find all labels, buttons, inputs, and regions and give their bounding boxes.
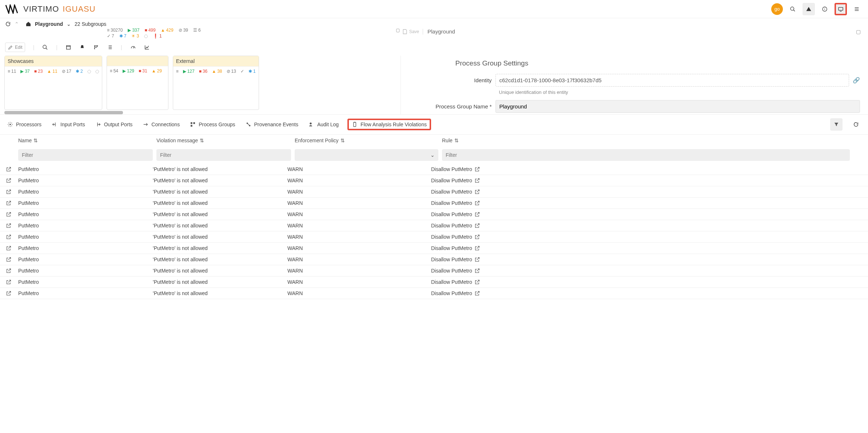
home-icon[interactable] <box>25 21 31 27</box>
table-row[interactable]: PutMetro 'PutMetro' is not allowed WARN … <box>0 164 868 175</box>
open-external-icon[interactable] <box>6 268 18 274</box>
open-external-icon[interactable] <box>6 189 18 195</box>
open-external-icon[interactable] <box>474 200 480 206</box>
horizontal-scrollbar[interactable] <box>4 111 123 114</box>
edit-button[interactable]: Edit <box>5 43 25 52</box>
sort-icon: ⇅ <box>33 138 38 143</box>
open-external-icon[interactable] <box>6 245 18 251</box>
open-external-icon[interactable] <box>6 178 18 183</box>
branch-icon[interactable] <box>93 44 99 50</box>
tab-flow-analysis-violations[interactable]: Flow Analysis Rule Violations <box>350 121 428 128</box>
open-external-icon[interactable] <box>474 279 480 285</box>
list-icon[interactable] <box>107 44 113 50</box>
table-row[interactable]: PutMetro 'PutMetro' is not allowed WARN … <box>0 254 868 265</box>
cell-rule: Disallow PutMetro <box>431 245 862 251</box>
stat-star: ✱ 7 <box>119 33 127 39</box>
cell-msg: 'PutMetro' is not allowed <box>153 290 287 296</box>
svg-rect-23 <box>191 125 192 127</box>
cell-msg: 'PutMetro' is not allowed <box>153 268 287 274</box>
col-rule[interactable]: Rule ⇅ <box>442 138 850 143</box>
open-external-icon[interactable] <box>6 290 18 296</box>
breadcrumb-current[interactable]: Playground <box>35 21 63 27</box>
filter-policy-select[interactable]: ⌄ <box>295 149 438 161</box>
group-title: External <box>173 56 259 67</box>
chart-icon[interactable] <box>144 44 150 50</box>
col-name[interactable]: Name ⇅ <box>18 138 153 143</box>
cell-msg: 'PutMetro' is not allowed <box>153 223 287 229</box>
maximize-right-icon[interactable]: ▢ <box>856 29 861 35</box>
tab-process-groups[interactable]: Process Groups <box>188 121 236 128</box>
open-external-icon[interactable] <box>474 178 480 183</box>
open-external-icon[interactable] <box>474 211 480 217</box>
right-panel-title: Playground <box>427 28 455 35</box>
filter-icon[interactable] <box>830 118 843 131</box>
monitor-icon[interactable] <box>835 3 847 15</box>
group-title <box>107 56 168 66</box>
svg-rect-11 <box>67 45 71 49</box>
info-icon[interactable]: i <box>819 3 831 15</box>
open-external-icon[interactable] <box>474 223 480 229</box>
refresh-table-icon[interactable] <box>850 118 862 131</box>
cell-policy: WARN <box>287 234 431 240</box>
identity-helper: Unique identification of this entity <box>405 88 864 99</box>
flow-canvas[interactable]: Showcases ≡ 11 ▶ 37 ■ 23 ▲ 11 ⊘ 17 ✱ 2 ◌… <box>4 56 400 114</box>
table-row[interactable]: PutMetro 'PutMetro' is not allowed WARN … <box>0 265 868 277</box>
cell-policy: WARN <box>287 290 431 296</box>
open-external-icon[interactable] <box>474 268 480 274</box>
menu-icon[interactable] <box>851 3 863 15</box>
open-external-icon[interactable] <box>6 211 18 217</box>
calendar-icon[interactable] <box>65 44 71 50</box>
open-external-icon[interactable] <box>474 257 480 262</box>
avatar[interactable]: go <box>771 3 783 15</box>
breadcrumb-sub[interactable]: 22 Subgroups <box>75 21 106 27</box>
process-group-card[interactable]: ≡ 54 ▶ 129 ■ 31 ▲ 29 <box>107 56 168 110</box>
open-external-icon[interactable] <box>6 257 18 262</box>
table-row[interactable]: PutMetro 'PutMetro' is not allowed WARN … <box>0 220 868 231</box>
filter-name[interactable] <box>18 149 153 161</box>
pgname-field[interactable] <box>495 100 860 113</box>
open-external-icon[interactable] <box>474 290 480 296</box>
zoom-icon[interactable] <box>42 44 48 50</box>
tab-connections[interactable]: Connections <box>141 121 181 128</box>
table-row[interactable]: PutMetro 'PutMetro' is not allowed WARN … <box>0 231 868 243</box>
open-external-icon[interactable] <box>474 245 480 251</box>
open-external-icon[interactable] <box>474 234 480 240</box>
table-row[interactable]: PutMetro 'PutMetro' is not allowed WARN … <box>0 198 868 209</box>
open-external-icon[interactable] <box>6 200 18 206</box>
open-external-icon[interactable] <box>474 189 480 195</box>
identity-field[interactable]: c62cd1d1-0178-1000-8e03-17f30632b7d5 <box>495 74 849 87</box>
table-row[interactable]: PutMetro 'PutMetro' is not allowed WARN … <box>0 175 868 186</box>
tab-input-ports[interactable]: Input Ports <box>50 121 87 128</box>
save-button[interactable]: Save <box>402 29 423 35</box>
tab-processors[interactable]: Processors <box>6 121 43 128</box>
tab-provenance[interactable]: Provenance Events <box>244 121 300 128</box>
table-row[interactable]: PutMetro 'PutMetro' is not allowed WARN … <box>0 209 868 220</box>
maximize-icon[interactable]: ▢ <box>396 28 400 33</box>
open-external-icon[interactable] <box>6 234 18 240</box>
chevron-down-icon[interactable]: ⌄ <box>67 21 71 27</box>
gauge-icon[interactable] <box>130 44 136 50</box>
table-row[interactable]: PutMetro 'PutMetro' is not allowed WARN … <box>0 243 868 254</box>
filter-msg[interactable] <box>156 149 291 161</box>
open-external-icon[interactable] <box>6 223 18 229</box>
cell-msg: 'PutMetro' is not allowed <box>153 279 287 285</box>
col-violation[interactable]: Violation message ⇅ <box>156 138 291 143</box>
link-icon[interactable]: 🔗 <box>853 77 860 84</box>
tab-output-ports[interactable]: Output Ports <box>94 121 134 128</box>
search-icon[interactable] <box>787 3 799 15</box>
open-external-icon[interactable] <box>6 166 18 172</box>
warning-icon[interactable] <box>803 3 815 15</box>
open-external-icon[interactable] <box>6 279 18 285</box>
chevron-up-icon[interactable]: ⌃ <box>15 21 19 27</box>
bell-icon[interactable] <box>79 44 85 50</box>
process-group-card[interactable]: Showcases ≡ 11 ▶ 37 ■ 23 ▲ 11 ⊘ 17 ✱ 2 ◌… <box>4 56 102 110</box>
table-row[interactable]: PutMetro 'PutMetro' is not allowed WARN … <box>0 288 868 299</box>
refresh-icon[interactable] <box>5 21 11 27</box>
process-group-card[interactable]: External ≡ ▶ 127 ■ 36 ▲ 38 ⊘ 13 ✓ ✱ 1 <box>173 56 259 110</box>
table-row[interactable]: PutMetro 'PutMetro' is not allowed WARN … <box>0 186 868 198</box>
filter-rule[interactable] <box>442 149 850 161</box>
open-external-icon[interactable] <box>474 166 480 172</box>
tab-audit-log[interactable]: Audit Log <box>307 121 340 128</box>
col-policy[interactable]: Enforcement Policy ⇅ <box>295 138 438 143</box>
table-row[interactable]: PutMetro 'PutMetro' is not allowed WARN … <box>0 277 868 288</box>
